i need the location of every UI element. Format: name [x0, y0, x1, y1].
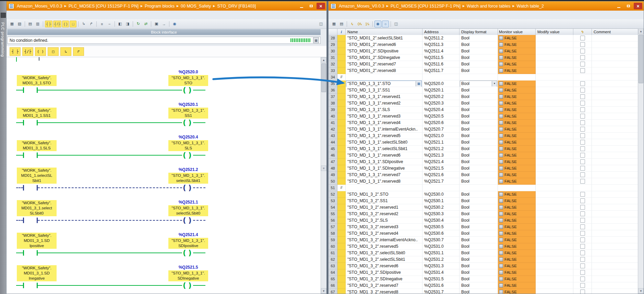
monitor-value[interactable]: FALSE	[498, 94, 536, 100]
modify-value[interactable]	[536, 250, 573, 256]
watch-row-66[interactable]: 66"STO_MD1_3_2".reserved7%Q2531.6BoolFAL…	[329, 282, 639, 289]
row-number[interactable]: 34	[329, 74, 337, 81]
breadcrumb-item[interactable]: PLC_MOSES [CPU 1512SP F-1 PN]	[69, 4, 139, 9]
header-monitor-value[interactable]: Monitor value	[498, 29, 536, 35]
modify-checkbox[interactable]	[580, 270, 585, 275]
expand-columns-icon[interactable]: ◫	[393, 21, 399, 27]
modify-checkbox[interactable]	[580, 153, 585, 158]
modify-value[interactable]	[536, 172, 573, 178]
monitor-value[interactable]: FALSE	[498, 68, 536, 74]
operand-address[interactable]: %Q2521.6	[422, 172, 460, 178]
row-number[interactable]: 32	[329, 61, 337, 68]
coil-symbol[interactable]: )	[188, 282, 192, 289]
modify-checkbox[interactable]	[580, 179, 585, 184]
operand-name[interactable]: "STO_MD_1_3_1".internalEventAckn..	[346, 126, 422, 133]
row-number[interactable]: 60	[329, 243, 337, 250]
breadcrumb-item[interactable]: PLC_MOSES [CPU 1512SP F-1 PN]	[391, 4, 461, 9]
modify-value[interactable]	[536, 269, 573, 276]
operand-address[interactable]: %Q2521.3	[422, 152, 460, 159]
comment-cell[interactable]	[592, 172, 639, 178]
row-number[interactable]: 64	[329, 269, 337, 276]
display-format[interactable]: Bool	[460, 165, 498, 172]
monitor-value[interactable]: FALSE	[498, 289, 536, 294]
update-block-calls-icon[interactable]: ↻	[135, 21, 142, 27]
watch-row-63[interactable]: 63"STO_MD1_3_2".reserved6%Q2531.3BoolFAL…	[329, 263, 639, 269]
favorite-coil-icon[interactable]: ( )	[35, 47, 46, 56]
modify-checkbox[interactable]	[580, 101, 585, 106]
modify-checkbox[interactable]	[580, 42, 585, 47]
comment-cell[interactable]	[592, 35, 639, 41]
modify-checkbox[interactable]	[580, 49, 585, 53]
header-comment[interactable]: Comment	[592, 29, 639, 35]
display-format[interactable]: Bool	[460, 191, 498, 198]
display-format[interactable]: Bool	[460, 113, 498, 120]
comment-cell[interactable]	[592, 87, 639, 94]
comment-cell[interactable]	[592, 100, 639, 107]
monitor-value[interactable]: FALSE	[498, 133, 536, 139]
display-format[interactable]: Bool	[460, 100, 498, 107]
trigger-cell[interactable]	[573, 94, 592, 100]
modify-checkbox[interactable]	[580, 224, 585, 229]
row-number[interactable]: 55	[329, 211, 337, 217]
row-number[interactable]: 35	[329, 81, 337, 87]
watch-row-35[interactable]: 35"STO_MD_1_3_1".STO▦%Q2520.0Bool▼FALSE	[329, 81, 639, 87]
row-number[interactable]: 49	[329, 172, 337, 178]
operand-name[interactable]: "STO_MD_1_3_1".reserved1	[346, 94, 422, 100]
watch-row-60[interactable]: 60"STO_MD1_3_2".reserved5%Q2531.0BoolFAL…	[329, 243, 639, 250]
modify-checkbox[interactable]	[580, 68, 585, 73]
display-format[interactable]: Bool	[460, 87, 498, 94]
monitor-value[interactable]: FALSE	[498, 61, 536, 68]
watch-row-34[interactable]: 34//	[329, 74, 639, 81]
format-combo[interactable]: Bool▼	[460, 81, 497, 87]
display-format[interactable]: Bool	[460, 133, 498, 139]
operand-address[interactable]	[422, 185, 460, 191]
display-format[interactable]: Bool	[460, 139, 498, 146]
modify-value[interactable]	[536, 68, 573, 74]
comment-cell[interactable]	[592, 198, 639, 204]
trigger-cell[interactable]	[573, 198, 592, 204]
comment-cell[interactable]	[592, 146, 639, 152]
watch-row-44[interactable]: 44"STO_MD_1_3_1".selectSLSbit0%Q2521.1Bo…	[329, 139, 639, 146]
display-format[interactable]: Bool	[460, 289, 498, 294]
operand-address[interactable]: %Q2531.7	[422, 289, 460, 294]
row-number[interactable]: 66	[329, 282, 337, 289]
trigger-cell[interactable]	[573, 224, 592, 230]
operand-name[interactable]: "STO_MD1_3_2".reserved1	[346, 204, 422, 211]
watch-row-64[interactable]: 64"STO_MD1_3_2".SDIpositive%Q2531.4BoolF…	[329, 269, 639, 276]
operand-name[interactable]: "STO_MD01_2".reserved7	[346, 61, 422, 68]
watch-row-46[interactable]: 46"STO_MD_1_3_1".reserved6%Q2521.3BoolFA…	[329, 152, 639, 159]
operand-name[interactable]: "STO_MD1_3_2".reserved7	[346, 282, 422, 289]
operand-name[interactable]	[346, 185, 422, 191]
operand-address[interactable]: %Q2511.7	[422, 68, 460, 74]
favorite-nc-contact-icon[interactable]: ┤/├	[22, 47, 33, 56]
watch-row-37[interactable]: 37"STO_MD_1_3_1".reserved1%Q2520.2BoolFA…	[329, 94, 639, 100]
operand-address[interactable]: %Q2521.2	[422, 146, 460, 152]
trigger-cell[interactable]	[573, 159, 592, 165]
modify-value[interactable]	[536, 178, 573, 185]
modify-to-0-icon[interactable]: 0ϟ	[356, 21, 363, 27]
modify-checkbox[interactable]	[580, 172, 585, 177]
watch-row-61[interactable]: 61"STO_MD1_3_2".selectSLSbit0%Q2531.1Boo…	[329, 250, 639, 256]
modify-value[interactable]	[536, 224, 573, 230]
monitor-value[interactable]: FALSE	[498, 54, 536, 61]
comment-cell[interactable]	[592, 191, 639, 198]
modify-value[interactable]	[536, 243, 573, 250]
watch-row-48[interactable]: 48"STO_MD_1_3_1".SDInegative%Q2521.5Bool…	[329, 165, 639, 172]
operand-address[interactable]: %Q2521.5	[422, 165, 460, 172]
display-format[interactable]: Bool	[460, 35, 498, 41]
trigger-cell[interactable]	[573, 74, 592, 81]
block-interface-bar[interactable]: Block interface	[7, 29, 321, 35]
comment-cell[interactable]	[592, 256, 639, 263]
comment-cell[interactable]	[592, 94, 639, 100]
display-format[interactable]: Bool	[460, 54, 498, 61]
breadcrumb-item[interactable]: Watch table_2	[517, 4, 544, 9]
operand-name[interactable]: "STO_MD1_3_2".selectSLSbit1	[346, 256, 422, 263]
watch-row-51[interactable]: 51//	[329, 185, 639, 191]
watch-table-titlebar[interactable]: Amazon_Moses_V0.0.3▶PLC_MOSES [CPU 1512S…	[329, 1, 644, 11]
row-number[interactable]: 48	[329, 165, 337, 172]
trigger-cell[interactable]	[573, 191, 592, 198]
scroll-up-button[interactable]: ▲	[638, 28, 644, 34]
restore-button[interactable]	[624, 3, 633, 9]
modify-value[interactable]	[536, 276, 573, 282]
modify-value[interactable]	[536, 100, 573, 107]
